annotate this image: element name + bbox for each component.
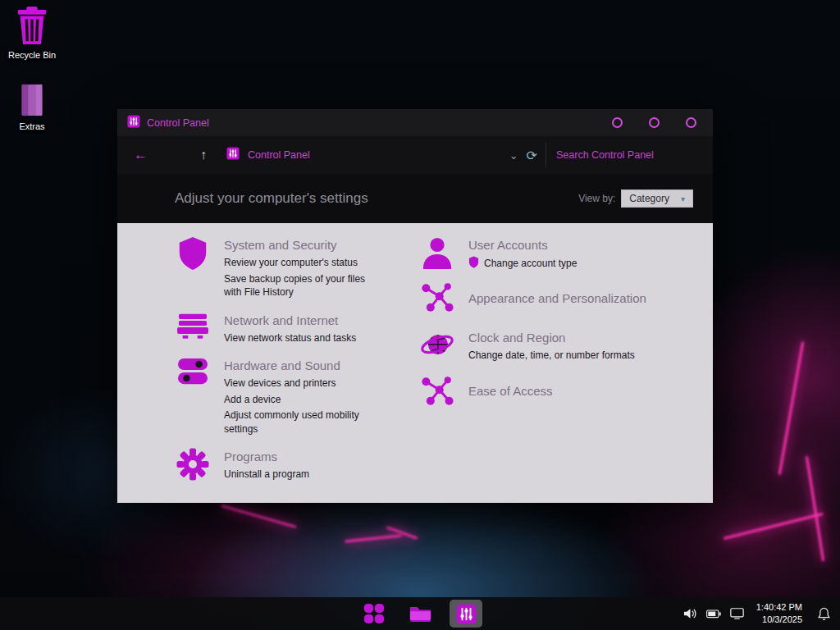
category-clock-and-region: Clock and Region Change date, time, or n… <box>419 329 690 365</box>
user-icon[interactable] <box>419 236 455 272</box>
recycle-bin-icon <box>1 7 63 46</box>
taskbar: 1:40:42 PM 10/3/2025 <box>0 597 840 630</box>
network-icon[interactable] <box>175 312 211 348</box>
category-link[interactable]: Review your computer's status <box>224 256 370 270</box>
wallpaper-streak <box>806 456 824 562</box>
start-button[interactable] <box>358 600 390 628</box>
wallpaper-streak <box>345 534 402 542</box>
control-panel-icon <box>127 115 140 131</box>
category-network-and-internet: Network and Internet View network status… <box>175 312 370 348</box>
category-programs: Programs Uninstall a program <box>175 448 370 484</box>
shield-icon[interactable] <box>175 236 211 302</box>
taskbar-clock[interactable]: 1:40:42 PM 10/3/2025 <box>756 601 802 626</box>
share-nodes-icon[interactable] <box>419 281 455 314</box>
wallpaper-streak <box>221 504 296 528</box>
control-panel-taskbar-button[interactable] <box>450 600 482 628</box>
category-title[interactable]: Clock and Region <box>468 331 635 345</box>
category-link[interactable]: Add a device <box>224 393 370 407</box>
clock-date: 10/3/2025 <box>762 614 802 624</box>
address-breadcrumb[interactable]: Control Panel <box>248 149 310 161</box>
wallpaper-streak <box>778 341 805 475</box>
category-title[interactable]: Hardware and Sound <box>224 358 370 372</box>
volume-icon[interactable] <box>683 608 697 619</box>
clock-time: 1:40:42 PM <box>756 602 802 612</box>
left-column: System and Security Review your computer… <box>175 236 370 503</box>
view-by-label: View by: <box>578 193 615 204</box>
search-input[interactable] <box>546 149 713 161</box>
address-bar[interactable]: Control Panel ⌄ ⟳ <box>226 143 546 167</box>
category-title[interactable]: User Accounts <box>468 238 577 252</box>
uac-shield-icon <box>468 256 479 272</box>
wallpaper-streak <box>723 513 823 540</box>
battery-icon[interactable] <box>706 609 721 619</box>
category-link[interactable]: Change account type <box>484 257 577 271</box>
desktop-icon-label: Extras <box>1 121 63 131</box>
display-cast-icon[interactable] <box>730 608 744 619</box>
system-tray: 1:40:42 PM 10/3/2025 <box>683 597 840 630</box>
view-by-dropdown[interactable]: Category ▾ <box>621 189 693 208</box>
category-link[interactable]: Uninstall a program <box>224 468 309 482</box>
category-link[interactable]: View devices and printers <box>224 377 370 390</box>
category-appearance-and-personalization: Appearance and Personalization <box>419 281 690 314</box>
view-by-control: View by: Category ▾ <box>578 189 693 208</box>
file-explorer-button[interactable] <box>404 600 436 628</box>
category-link[interactable]: Adjust commonly used mobility settings <box>224 409 370 436</box>
category-link[interactable]: View network status and tasks <box>224 331 356 345</box>
right-column: User Accounts Change account type <box>419 236 690 503</box>
category-title[interactable]: Appearance and Personalization <box>468 291 646 305</box>
category-hardware-and-sound: Hardware and Sound View devices and prin… <box>175 357 370 438</box>
category-system-and-security: System and Security Review your computer… <box>175 236 370 302</box>
view-by-value: Category <box>629 193 669 204</box>
category-user-accounts: User Accounts Change account type <box>419 236 690 272</box>
desktop: Recycle Bin Extras Control Panel <box>0 0 840 630</box>
category-link[interactable]: Save backup copies of your files with Fi… <box>224 272 370 299</box>
close-button[interactable] <box>686 117 696 128</box>
window-controls <box>612 117 696 128</box>
category-link[interactable]: Change date, time, or number formats <box>468 349 635 363</box>
category-title[interactable]: Network and Internet <box>224 313 356 327</box>
search-box[interactable] <box>546 143 713 167</box>
address-dropdown-chevron-icon[interactable]: ⌄ <box>503 149 525 162</box>
notification-bell-icon[interactable] <box>818 607 830 621</box>
control-panel-window: Control Panel ← ↑ Control Panel ⌄ <box>117 109 713 503</box>
category-list: System and Security Review your computer… <box>117 223 713 503</box>
category-title[interactable]: System and Security <box>224 238 370 252</box>
maximize-button[interactable] <box>649 117 660 128</box>
back-button[interactable]: ← <box>134 147 148 163</box>
titlebar[interactable]: Control Panel <box>117 109 713 136</box>
folder-icon <box>1 83 63 117</box>
desktop-icon-extras[interactable]: Extras <box>1 83 63 131</box>
page-title: Adjust your computer's settings <box>175 190 368 207</box>
desktop-icon-recycle-bin[interactable]: Recycle Bin <box>1 7 63 60</box>
share-nodes-icon[interactable] <box>419 375 455 408</box>
up-button[interactable]: ↑ <box>200 148 207 162</box>
devices-icon[interactable] <box>175 357 211 438</box>
taskbar-apps <box>358 597 482 630</box>
minimize-button[interactable] <box>612 117 623 128</box>
control-panel-icon <box>226 147 240 163</box>
desktop-icon-label: Recycle Bin <box>1 50 63 60</box>
category-title[interactable]: Programs <box>224 450 309 463</box>
chevron-down-icon: ▾ <box>681 194 685 203</box>
gear-icon[interactable] <box>175 448 211 484</box>
refresh-icon[interactable]: ⟳ <box>525 148 546 163</box>
window-title: Control Panel <box>147 117 209 129</box>
category-title[interactable]: Ease of Access <box>468 384 553 398</box>
navigation-toolbar: ← ↑ Control Panel ⌄ ⟳ <box>117 136 713 174</box>
globe-icon[interactable] <box>419 329 455 365</box>
category-ease-of-access: Ease of Access <box>419 375 690 408</box>
page-header: Adjust your computer's settings View by:… <box>117 174 713 223</box>
